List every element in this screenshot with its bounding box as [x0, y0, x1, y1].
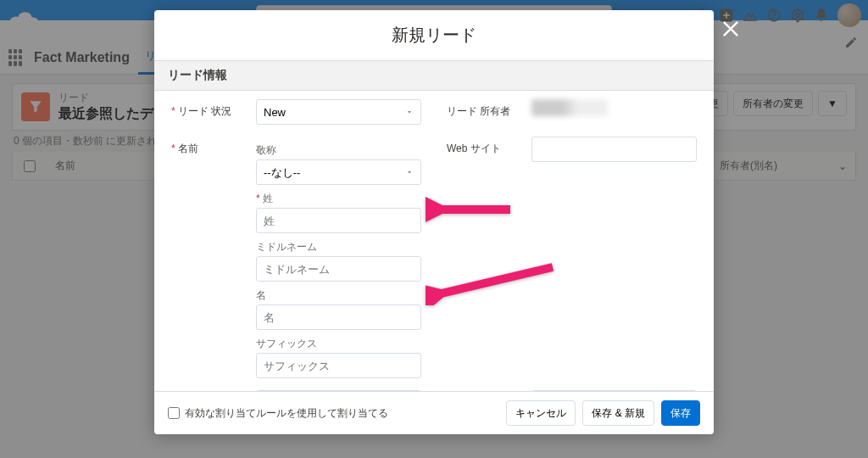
- save-and-new-button[interactable]: 保存 & 新規: [582, 400, 654, 426]
- name-label: 名前: [171, 137, 248, 156]
- new-lead-modal: 新規リード リード情報 リード 状況 New リード 所有者 名前: [154, 10, 714, 434]
- cancel-button[interactable]: キャンセル: [506, 400, 576, 426]
- assignment-rule-checkbox[interactable]: 有効な割り当てルールを使用して割り当てる: [168, 406, 388, 421]
- lead-status-select[interactable]: New: [256, 99, 421, 125]
- suffix-input[interactable]: [256, 353, 421, 378]
- first-name-input[interactable]: [256, 304, 421, 330]
- last-name-label: 姓: [256, 192, 421, 206]
- modal-title: 新規リード: [154, 10, 714, 60]
- section-lead-info: リード情報: [154, 60, 714, 91]
- save-button[interactable]: 保存: [661, 400, 700, 426]
- middle-name-label: ミドルネーム: [256, 240, 421, 254]
- lead-status-label: リード 状況: [171, 99, 248, 119]
- close-icon[interactable]: [719, 17, 743, 41]
- lead-owner-label: リード 所有者: [447, 99, 523, 119]
- first-name-label: 名: [256, 288, 421, 303]
- suffix-label: サフィックス: [256, 337, 421, 351]
- salutation-label: 敬称: [256, 143, 421, 158]
- website-input[interactable]: [531, 137, 697, 162]
- salutation-select[interactable]: --なし--: [256, 159, 421, 185]
- lead-owner-value: [531, 99, 608, 116]
- last-name-input[interactable]: [256, 208, 421, 233]
- middle-name-input[interactable]: [256, 256, 421, 282]
- website-label: Web サイト: [447, 137, 523, 156]
